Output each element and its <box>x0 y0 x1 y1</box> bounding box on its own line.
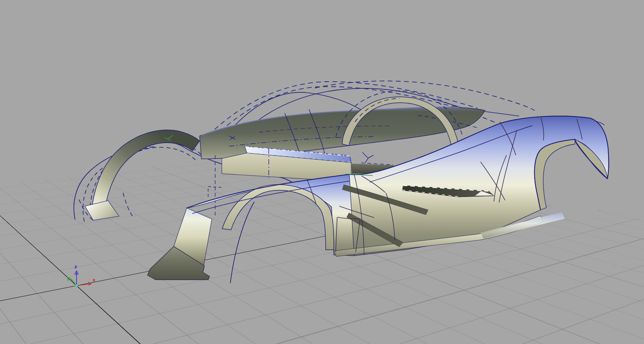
origin-point <box>75 285 78 287</box>
y-axis-arrow-line <box>70 278 77 286</box>
model-scene: x y z <box>0 0 644 344</box>
z-axis-label: z <box>74 264 77 269</box>
x-axis-arrowhead-icon <box>88 282 91 285</box>
x-axis-label: x <box>92 277 95 283</box>
y-axis-label: y <box>67 275 70 281</box>
axis-gizmo: x y z <box>67 264 95 287</box>
cad-3d-viewport[interactable]: x y z <box>0 0 644 344</box>
